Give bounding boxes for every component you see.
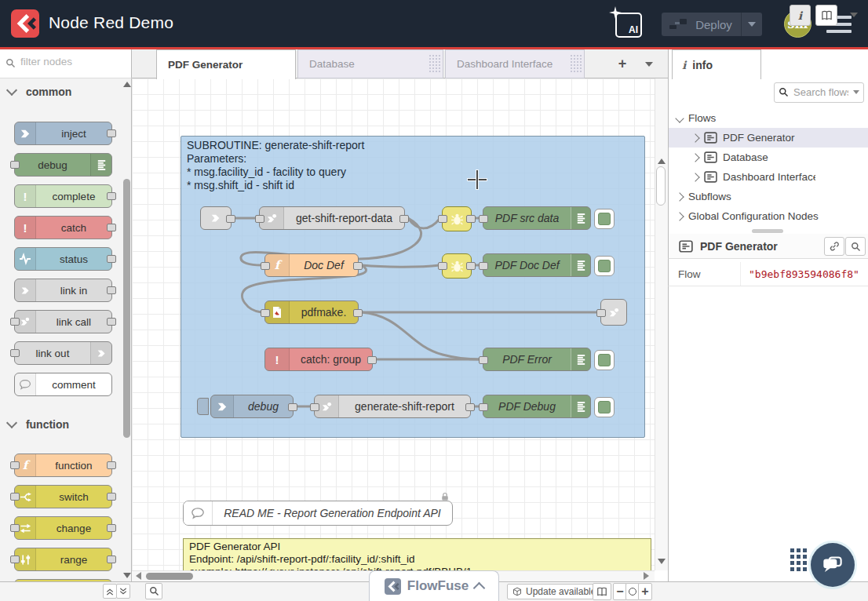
chat-widget-button[interactable]	[811, 543, 855, 587]
palette-node-catch[interactable]: ! catch	[14, 216, 112, 239]
node-link-out[interactable]	[600, 299, 627, 326]
port-out[interactable]	[353, 262, 363, 270]
sidebar-resize-handle[interactable]	[752, 229, 783, 233]
collapse-palette-button[interactable]	[103, 584, 117, 599]
search-flows-input[interactable]	[792, 86, 850, 99]
port-in[interactable]	[261, 309, 270, 317]
canvas-vscrollbar[interactable]	[655, 78, 668, 570]
tree-item-subflows[interactable]: Subflows	[669, 187, 868, 206]
port-out[interactable]	[399, 215, 409, 223]
workspace-canvas[interactable]: SUBROUTINE: generate-shift-reportParamet…	[132, 78, 668, 581]
scroll-up-icon[interactable]	[123, 82, 131, 87]
node-link-in[interactable]	[200, 206, 232, 230]
port-out[interactable]	[107, 224, 116, 231]
port-out[interactable]	[107, 255, 116, 263]
scroll-down-icon[interactable]	[123, 573, 131, 578]
navigator-button[interactable]	[593, 583, 611, 600]
port-in[interactable]	[261, 262, 270, 270]
zoom-in-button[interactable]: +	[638, 583, 652, 600]
add-flow-button[interactable]: +	[612, 54, 633, 74]
port-out[interactable]	[107, 555, 116, 563]
deploy-button[interactable]: Deploy	[662, 13, 762, 36]
tab-info[interactable]: i info	[672, 49, 761, 79]
node-pdf-doc-def[interactable]: PDF Doc Def	[483, 253, 591, 277]
palette-node-range[interactable]: range	[14, 548, 112, 571]
port-out[interactable]	[107, 318, 116, 326]
node-pdf-src-data[interactable]: PDF src data	[483, 206, 591, 230]
canvas-search-button[interactable]	[145, 583, 162, 599]
scroll-up-icon[interactable]	[658, 158, 666, 164]
node-pdf-error[interactable]: PDF Error	[483, 348, 591, 371]
port-out[interactable]	[465, 403, 475, 411]
palette-node-change[interactable]: change	[14, 516, 112, 540]
help-book-button[interactable]	[815, 5, 837, 26]
canvas-hscrollbar-thumb[interactable]	[146, 573, 193, 580]
tree-item-pdf-generator[interactable]: PDF Generator	[669, 128, 868, 148]
port-out[interactable]	[353, 309, 363, 317]
tab-dashboard-interface[interactable]: Dashboard Interface	[445, 49, 585, 78]
node-comment-readme[interactable]: READ ME - Report Generation Endpoint API	[183, 501, 453, 526]
palette-scrollbar-thumb[interactable]	[123, 179, 130, 438]
node-catch-group[interactable]: ! catch: group	[264, 348, 373, 371]
sidebar-menu-caret[interactable]	[845, 5, 863, 24]
inject-button[interactable]	[197, 398, 209, 415]
widget-drag-dots[interactable]	[790, 548, 807, 571]
node-pdfmake[interactable]: pdfmake.	[264, 300, 359, 324]
port-in[interactable]	[479, 356, 488, 364]
port-out[interactable]	[288, 403, 297, 411]
port-in[interactable]	[596, 309, 606, 317]
port-out[interactable]	[107, 461, 116, 469]
flow-list-caret[interactable]	[639, 54, 659, 74]
tree-item-flows[interactable]: Flows	[669, 108, 868, 128]
palette-node-switch[interactable]: switch	[14, 485, 112, 508]
port-in[interactable]	[10, 349, 20, 357]
sticky-note[interactable]: PDF Generator API Endpoint: /api/shift-r…	[183, 538, 651, 570]
palette-node-status[interactable]: status	[14, 247, 112, 271]
ai-assistant-button[interactable]: AI	[615, 13, 642, 38]
port-in[interactable]	[310, 403, 319, 411]
palette-section-function[interactable]: function	[8, 418, 69, 431]
tree-item-global-config[interactable]: Global Configuration Nodes	[669, 206, 868, 226]
palette-node-link-in[interactable]: link in	[14, 279, 112, 302]
node-get-shift-report-data[interactable]: get-shift-report-data	[259, 206, 405, 230]
info-tab-button[interactable]: i	[790, 5, 811, 26]
tab-database[interactable]: Database	[297, 49, 443, 78]
scroll-left-icon[interactable]	[136, 572, 141, 580]
node-doc-def[interactable]: f Doc Def	[264, 253, 359, 277]
port-out[interactable]	[107, 524, 116, 532]
port-out[interactable]	[226, 215, 235, 223]
filter-nodes-input[interactable]	[19, 55, 124, 68]
flow-id-value[interactable]: "b9ebf893594086f8"	[741, 262, 868, 286]
palette-node-complete[interactable]: ! complete	[14, 184, 112, 208]
port-in[interactable]	[10, 161, 20, 169]
node-generate-shift-report[interactable]: generate-shift-report	[314, 395, 471, 418]
palette-section-common[interactable]: common	[8, 86, 71, 98]
port-in[interactable]	[10, 493, 20, 501]
scroll-down-icon[interactable]	[658, 559, 666, 564]
port-in[interactable]	[10, 318, 20, 326]
expand-palette-button[interactable]	[116, 584, 130, 599]
port-out[interactable]	[367, 356, 377, 364]
palette-node-debug[interactable]: debug	[14, 153, 112, 177]
tree-item-database[interactable]: Database	[669, 148, 868, 167]
copy-link-button[interactable]	[824, 237, 844, 256]
port-in[interactable]	[479, 403, 488, 411]
flowfuse-banner[interactable]: FlowFuse	[369, 570, 499, 601]
port-out[interactable]	[107, 192, 116, 200]
port-in[interactable]	[479, 215, 488, 223]
canvas-vscrollbar-thumb[interactable]	[656, 166, 666, 206]
canvas-content[interactable]: SUBROUTINE: generate-shift-reportParamet…	[132, 78, 655, 570]
port-in[interactable]	[438, 262, 447, 270]
palette-node-link-out[interactable]: link out	[14, 341, 112, 365]
tab-pdf-generator[interactable]: PDF Generator	[156, 49, 296, 79]
port-in[interactable]	[255, 215, 264, 223]
port-in[interactable]	[479, 262, 488, 270]
port-out[interactable]	[466, 215, 476, 223]
port-out[interactable]	[107, 286, 116, 294]
port-in[interactable]	[438, 215, 447, 223]
palette-node-function[interactable]: f function	[14, 453, 112, 477]
palette-node-comment[interactable]: comment	[14, 373, 112, 396]
palette-node-link-call[interactable]: link call	[14, 310, 112, 333]
debug-toggle-button[interactable]	[594, 209, 615, 229]
palette-node-inject[interactable]: inject	[14, 122, 112, 145]
